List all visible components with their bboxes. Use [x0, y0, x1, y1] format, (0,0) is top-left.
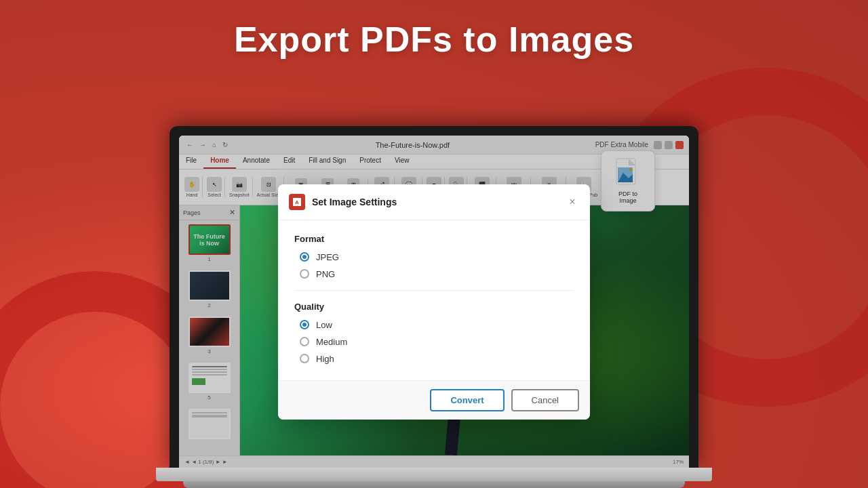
- quality-low-radio[interactable]: [300, 320, 309, 329]
- format-jpeg-radio[interactable]: [300, 252, 309, 262]
- format-png-radio[interactable]: [300, 269, 309, 279]
- quality-high-option[interactable]: High: [300, 354, 574, 364]
- app-window: ← → ⌂ ↻ The-Future-is-Now.pdf PDF Extra …: [179, 136, 689, 468]
- cancel-button[interactable]: Cancel: [511, 389, 579, 411]
- format-png-label: PNG: [316, 269, 335, 279]
- quality-high-label: High: [316, 354, 334, 364]
- dialog-footer: Convert Cancel: [278, 380, 590, 420]
- dialog-header: A Set Image Settings ×: [278, 184, 590, 220]
- convert-button[interactable]: Convert: [430, 389, 504, 411]
- svg-text:A: A: [295, 199, 299, 205]
- laptop-container: ← → ⌂ ↻ The-Future-is-Now.pdf PDF Extra …: [156, 126, 712, 488]
- set-image-settings-dialog: A Set Image Settings × Format: [278, 184, 590, 420]
- quality-medium-option[interactable]: Medium: [300, 337, 574, 347]
- quality-low-label: Low: [316, 320, 332, 330]
- dialog-body: Format JPEG PNG: [278, 220, 590, 380]
- laptop-base: [156, 468, 712, 481]
- dialog-logo: A: [289, 194, 305, 210]
- format-jpeg-option[interactable]: JPEG: [300, 252, 574, 262]
- modal-overlay: A Set Image Settings × Format: [179, 136, 689, 468]
- laptop-bottom: [183, 481, 685, 488]
- laptop-screen: ← → ⌂ ↻ The-Future-is-Now.pdf PDF Extra …: [179, 136, 689, 468]
- quality-radio-group: Low Medium High: [294, 320, 574, 364]
- page-title: Export PDFs to Images: [0, 19, 868, 60]
- format-section-label: Format: [294, 234, 574, 244]
- dialog-close-button[interactable]: ×: [566, 195, 579, 209]
- quality-medium-radio[interactable]: [300, 337, 309, 346]
- screen-bezel: ← → ⌂ ↻ The-Future-is-Now.pdf PDF Extra …: [170, 126, 698, 468]
- format-jpeg-label: JPEG: [316, 252, 339, 262]
- format-quality-divider: [294, 290, 574, 291]
- format-png-option[interactable]: PNG: [300, 269, 574, 279]
- dialog-title: Set Image Settings: [312, 197, 559, 207]
- quality-medium-label: Medium: [316, 337, 347, 347]
- quality-high-radio[interactable]: [300, 354, 309, 363]
- quality-section-label: Quality: [294, 302, 574, 312]
- app-logo-icon: A: [291, 196, 303, 208]
- format-radio-group: JPEG PNG: [294, 252, 574, 279]
- quality-low-option[interactable]: Low: [300, 320, 574, 330]
